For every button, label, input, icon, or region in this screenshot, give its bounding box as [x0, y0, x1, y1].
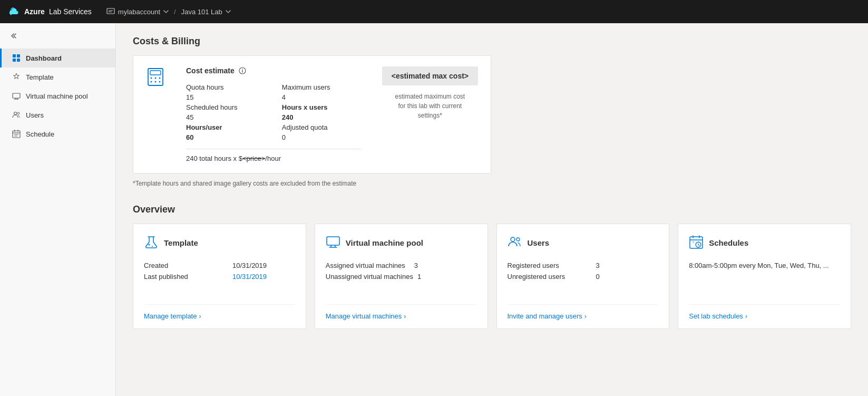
- flask-icon: [144, 235, 159, 249]
- schedules-card-title: Schedules: [709, 238, 748, 247]
- hours-x-users-label: Hours x users: [282, 103, 361, 111]
- svg-point-31: [149, 244, 150, 246]
- schedules-card-icon: [689, 235, 704, 251]
- collapse-icon: [8, 32, 17, 40]
- sidebar-item-users[interactable]: Users: [0, 105, 115, 124]
- users-group-icon: [508, 235, 522, 249]
- users-icon: [12, 111, 21, 119]
- svg-point-23: [159, 78, 161, 79]
- template-created-label: Created: [144, 262, 228, 269]
- unassigned-vms-field: Unassigned virtual machines 1: [326, 273, 477, 281]
- cost-total-text: 240 total hours x $: [186, 154, 242, 162]
- manage-template-link[interactable]: Manage template ›: [144, 304, 295, 320]
- sidebar-item-template[interactable]: Template: [0, 67, 115, 86]
- overview-grid: Template Created 10/31/2019 Last publish…: [133, 224, 851, 329]
- azure-label: Azure: [24, 7, 45, 16]
- sidebar-vm-pool-label: Virtual machine pool: [26, 92, 88, 100]
- assigned-vms-label: Assigned virtual machines: [326, 262, 410, 269]
- monitor-icon: [326, 235, 340, 249]
- sidebar-item-dashboard[interactable]: Dashboard: [0, 49, 115, 67]
- overview-card-users: Users Registered users 3 Unregistered us…: [496, 224, 670, 329]
- account-icon: [106, 7, 115, 16]
- quota-hours-value: 15: [186, 93, 265, 101]
- main-content: Costs & Billing Cost estimate: [116, 23, 868, 396]
- cost-estimate-icon: [146, 67, 165, 88]
- template-icon: [12, 73, 21, 81]
- set-lab-schedules-label: Set lab schedules: [689, 312, 743, 320]
- schedule-icon: [12, 130, 21, 138]
- template-created-field: Created 10/31/2019: [144, 262, 295, 269]
- svg-point-37: [511, 237, 515, 242]
- account-name[interactable]: mylabaccount: [118, 8, 160, 16]
- svg-point-25: [155, 81, 157, 83]
- template-card-body: Created 10/31/2019 Last published 10/31/…: [144, 262, 295, 294]
- cost-footnote: *Template hours and shared image gallery…: [133, 180, 851, 187]
- cost-estimate-right: <estimated max cost> estimated maximum c…: [382, 66, 478, 120]
- brand-logo: Azure Lab Services: [8, 6, 92, 17]
- invite-manage-users-label: Invite and manage users: [508, 312, 582, 320]
- svg-rect-33: [327, 237, 339, 245]
- users-card-body: Registered users 3 Unregistered users 0: [508, 262, 659, 294]
- users-card-header: Users: [508, 235, 659, 251]
- breadcrumb-divider: /: [174, 8, 176, 16]
- schedules-card-body: 8:00am-5:00pm every Mon, Tue, Wed, Thu, …: [689, 262, 840, 294]
- schedules-card-header: Schedules: [689, 235, 840, 251]
- vm-pool-card-icon: [326, 235, 340, 251]
- vm-pool-icon: [12, 92, 21, 100]
- hours-per-user-label: Hours/user: [186, 123, 265, 131]
- svg-point-22: [155, 78, 157, 79]
- users-card-title: Users: [528, 238, 550, 247]
- unregistered-users-field: Unregistered users 0: [508, 273, 659, 281]
- overview-card-schedules: Schedules 8:00am-5:00pm every Mon, Tue, …: [678, 224, 851, 329]
- sidebar-item-schedule[interactable]: Schedule: [0, 124, 115, 143]
- max-users-label: Maximum users: [282, 83, 361, 91]
- scheduled-hours-label: Scheduled hours: [186, 103, 265, 111]
- svg-line-45: [698, 245, 699, 246]
- set-lab-schedules-link[interactable]: Set lab schedules ›: [689, 304, 840, 320]
- manage-vms-chevron: ›: [404, 313, 406, 320]
- top-navigation: Azure Lab Services mylabaccount / Java 1…: [0, 0, 868, 23]
- lab-chevron-icon: [226, 9, 231, 14]
- svg-point-12: [17, 112, 19, 114]
- svg-point-11: [14, 112, 17, 115]
- manage-template-link-label: Manage template: [144, 312, 197, 320]
- hours-x-users-value: 240: [282, 113, 361, 121]
- cost-estimate-card: Cost estimate Quota hours Maximum users …: [133, 55, 491, 173]
- cost-total: 240 total hours x $<price>/hour: [186, 149, 361, 162]
- costs-billing-title: Costs & Billing: [133, 36, 851, 47]
- cost-card-header: Cost estimate: [186, 66, 361, 75]
- manage-vms-link-label: Manage virtual machines: [326, 312, 402, 320]
- svg-point-26: [159, 81, 161, 83]
- svg-point-29: [242, 69, 243, 70]
- sidebar-template-label: Template: [26, 73, 54, 81]
- svg-point-24: [151, 81, 152, 83]
- vm-pool-card-header: Virtual machine pool: [326, 235, 477, 251]
- info-icon[interactable]: [239, 67, 246, 74]
- svg-rect-6: [17, 59, 20, 62]
- sidebar-users-label: Users: [26, 111, 44, 119]
- template-card-header: Template: [144, 235, 295, 251]
- svg-rect-20: [150, 71, 161, 75]
- sidebar-collapse-button[interactable]: [0, 27, 115, 44]
- adjusted-quota-label: Adjusted quota: [282, 123, 361, 131]
- invite-users-chevron: ›: [584, 313, 587, 320]
- manage-vms-link[interactable]: Manage virtual machines ›: [326, 304, 477, 320]
- dashboard-icon: [12, 54, 21, 62]
- unregistered-users-value: 0: [596, 273, 600, 281]
- svg-rect-5: [13, 59, 16, 62]
- invite-manage-users-link[interactable]: Invite and manage users ›: [508, 304, 659, 320]
- cost-card-body: Cost estimate Quota hours Maximum users …: [186, 66, 361, 162]
- sidebar-item-vm-pool[interactable]: Virtual machine pool: [0, 86, 115, 105]
- vm-pool-card-body: Assigned virtual machines 3 Unassigned v…: [326, 262, 477, 294]
- quota-hours-label: Quota hours: [186, 83, 265, 91]
- manage-template-chevron: ›: [199, 313, 201, 320]
- registered-users-label: Registered users: [508, 262, 592, 269]
- svg-rect-0: [107, 8, 114, 14]
- lab-name[interactable]: Java 101 Lab: [181, 8, 222, 16]
- svg-rect-7: [13, 93, 20, 98]
- service-label: Lab Services: [49, 7, 92, 16]
- svg-point-32: [152, 246, 153, 247]
- sidebar-dashboard-label: Dashboard: [26, 54, 62, 62]
- svg-point-38: [516, 238, 520, 241]
- registered-users-value: 3: [596, 262, 600, 269]
